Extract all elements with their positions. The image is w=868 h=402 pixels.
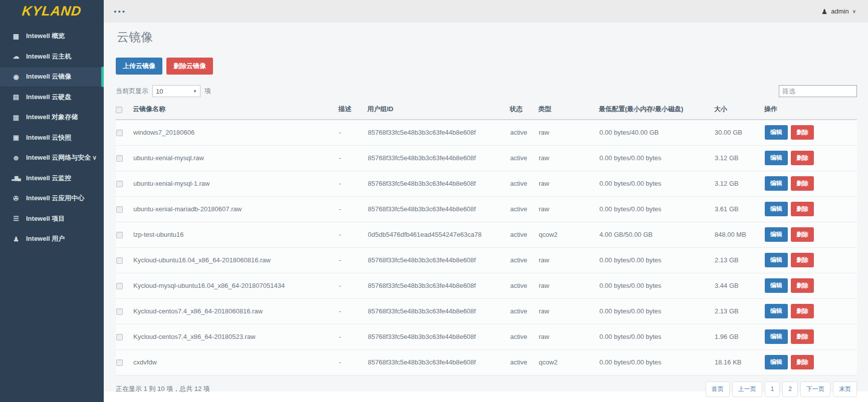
delete-image-button[interactable]: 删除云镜像 [166,58,213,75]
col-header-group-id[interactable]: 用户组ID [367,100,510,120]
filter-input[interactable] [779,85,857,97]
delete-button[interactable]: 删除 [791,304,814,318]
upload-image-button[interactable]: 上传云镜像 [116,58,162,75]
row-checkbox[interactable] [116,283,123,289]
sidebar-item-cloud-disk[interactable]: ▤ Intewell 云硬盘 [0,87,104,108]
brand-logo[interactable]: KYLAND [0,0,104,23]
cloud-icon: ☁ [11,53,22,60]
delete-button[interactable]: 删除 [791,125,814,140]
table-row: lzp-test-ubuntu16 - 0d5db5476dfb461ead45… [116,222,857,247]
image-description: - [338,120,367,145]
edit-button[interactable]: 编辑 [765,278,788,293]
row-checkbox[interactable] [116,359,123,366]
select-all-checkbox[interactable] [116,107,122,113]
edit-button[interactable]: 编辑 [765,304,788,318]
edit-button[interactable]: 编辑 [765,125,788,140]
next-page-button[interactable]: 下一页 [800,381,830,397]
edit-button[interactable]: 编辑 [765,253,788,267]
sidebar-item-app-center[interactable]: ✇ Intewell 云应用中心 [0,188,104,209]
image-name: Kycloud-centos7.4_x86_64-2018060816.raw [133,298,338,324]
status: active [510,247,538,273]
type: raw [538,145,599,171]
bar-chart-icon: ▂▇▄ [11,176,22,181]
page-size-select[interactable]: 10 ▼ [152,85,200,97]
table-row: Kycloud-ubuntu16.04_x86_64-2018060816.ra… [116,247,857,273]
row-checkbox[interactable] [116,206,123,213]
edit-button[interactable]: 编辑 [765,176,788,191]
image-description: - [338,247,367,273]
caret-down-icon: ▼ [193,89,197,94]
sidebar-item-network-security[interactable]: ⊕ Intewell 云网络与安全 ∨ [0,148,104,168]
sidebar-item-snapshot[interactable]: ▣ Intewell 云快照 [0,128,104,148]
sidebar-item-cloud-image[interactable]: ◉ Intewell 云镜像 [0,67,104,87]
sidebar-item-user[interactable]: ♟ Intewell 用户 [0,229,104,249]
row-checkbox[interactable] [116,232,123,238]
image-name: lzp-test-ubuntu16 [133,222,338,247]
sidebar-item-monitor[interactable]: ▂▇▄ Intewell 云监控 [0,168,104,189]
first-page-button[interactable]: 首页 [706,381,730,397]
row-checkbox[interactable] [116,334,123,340]
sidebar-item-label: Intewell 云硬盘 [26,93,71,102]
status: active [510,273,538,298]
row-checkbox[interactable] [116,155,123,162]
edit-button[interactable]: 编辑 [765,202,788,216]
col-header-size[interactable]: 大小 [714,100,764,120]
edit-button[interactable]: 编辑 [765,227,788,242]
globe-icon: ⊕ [11,154,22,162]
image-name: ubuntu-xenial-mysql.raw [133,145,338,171]
delete-button[interactable]: 删除 [791,329,814,344]
size: 2.13 GB [714,247,764,273]
status: active [510,298,538,324]
delete-button[interactable]: 删除 [791,151,814,165]
type: qcow2 [538,349,599,375]
page-1-button[interactable]: 1 [765,381,780,397]
delete-button[interactable]: 删除 [791,227,814,242]
min-config: 0.00 bytes/0.00 bytes [599,171,714,196]
delete-button[interactable]: 删除 [791,176,814,191]
delete-button[interactable]: 删除 [791,278,814,293]
sidebar-item-overview[interactable]: ▦ Intewell 概览 [0,26,104,47]
sidebar-item-label: Intewell 云监控 [26,174,71,183]
col-header-min-config[interactable]: 最低配置(最小内存/最小磁盘) [599,100,714,120]
size: 30.00 GB [714,120,764,145]
sidebar-item-label: Intewell 云快照 [26,133,71,142]
sidebar-item-label: Intewell 对象存储 [26,113,78,122]
min-config: 0.00 bytes/0.00 bytes [599,324,714,349]
min-config: 0.00 bytes/0.00 bytes [599,298,714,324]
prev-page-button[interactable]: 上一页 [732,381,762,397]
edit-button[interactable]: 编辑 [765,355,788,369]
edit-button[interactable]: 编辑 [765,151,788,165]
table-row: ubuntu-xenial-mysql-1.raw - 85768f33fc5e… [116,171,857,196]
sidebar-item-object-storage[interactable]: ▥ Intewell 对象存储 [0,107,104,128]
image-description: - [338,273,367,298]
delete-button[interactable]: 删除 [791,253,814,267]
sidebar: KYLAND ▦ Intewell 概览 ☁ Intewell 云主机 ◉ In… [0,0,104,402]
page-2-button[interactable]: 2 [782,381,798,397]
image-name: Kycloud-centos7.4_x86_64-20180523.raw [133,324,338,349]
col-header-status[interactable]: 状态 [510,100,538,120]
sidebar-item-cloud-host[interactable]: ☁ Intewell 云主机 [0,47,104,67]
menu-dots-icon[interactable]: ●●● [114,9,126,14]
page-size-value: 10 [156,88,163,95]
user-menu[interactable]: ♟ admin ∨ [821,8,856,16]
cart-icon: ✇ [11,195,22,202]
type: raw [538,171,599,196]
col-header-type[interactable]: 类型 [538,100,599,120]
row-checkbox[interactable] [116,130,123,136]
row-checkbox[interactable] [116,181,123,187]
col-header-description[interactable]: 描述 [338,100,367,120]
row-checkbox[interactable] [116,257,123,264]
size: 2.13 GB [714,298,764,324]
col-header-name[interactable]: 云镜像名称 [133,100,338,120]
sidebar-item-project[interactable]: ☰ Intewell 项目 [0,209,104,229]
row-checkbox[interactable] [116,308,123,315]
delete-button[interactable]: 删除 [791,202,814,216]
image-description: - [338,171,367,196]
last-page-button[interactable]: 末页 [833,381,857,397]
type: raw [538,298,599,324]
min-config: 0.00 bytes/0.00 bytes [599,196,714,222]
delete-button[interactable]: 删除 [791,355,814,369]
sidebar-item-label: Intewell 云主机 [26,52,71,61]
min-config: 0.00 bytes/0.00 bytes [599,145,714,171]
edit-button[interactable]: 编辑 [765,329,788,344]
